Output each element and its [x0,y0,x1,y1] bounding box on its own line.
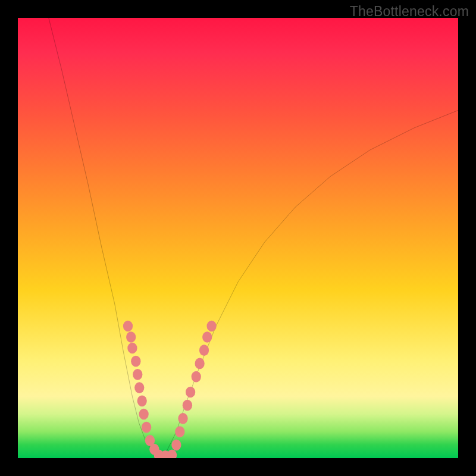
marker-dot [192,371,201,383]
marker-dot [126,331,136,343]
chart-frame: TheBottleneck.com [0,0,476,476]
curve-right [159,110,458,458]
marker-dot [133,369,142,380]
marker-dot [131,356,140,367]
marker-dot [142,422,151,433]
curve-group [49,18,458,458]
marker-dot [167,449,177,458]
marker-dot [186,387,195,398]
marker-dot [195,358,204,369]
marker-dot [175,426,184,437]
marker-dot [199,345,209,356]
marker-dot [183,400,192,411]
marker-dot [171,439,181,450]
marker-group [123,321,217,458]
marker-dot [178,413,187,424]
marker-dot [134,382,144,393]
marker-dot [123,321,133,332]
marker-dot [202,331,212,343]
marker-dot [137,395,147,406]
plot-area [18,18,458,458]
watermark-text: TheBottleneck.com [350,4,469,20]
marker-dot [206,321,216,332]
chart-svg [18,18,458,458]
marker-dot [139,409,149,420]
marker-dot [127,343,137,354]
